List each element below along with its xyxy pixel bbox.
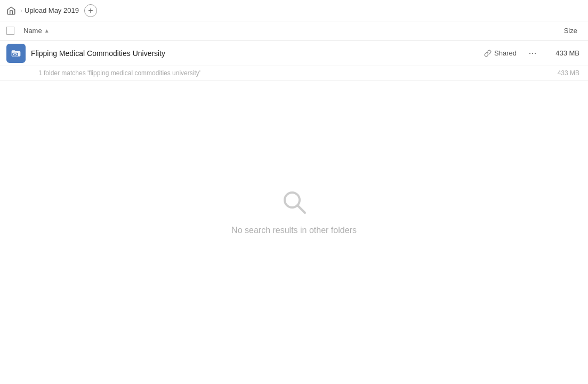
select-all-checkbox-area[interactable]: [6, 27, 19, 35]
more-options-button[interactable]: ···: [525, 46, 540, 61]
no-results-text: No search results in other folders: [231, 226, 357, 235]
file-icon-container: [6, 44, 26, 63]
match-size: 433 MB: [558, 69, 582, 77]
match-count-text: 1 folder matches 'flipping medical commo…: [38, 69, 200, 77]
link-icon: [484, 50, 492, 57]
breadcrumb-separator: ›: [20, 7, 22, 14]
svg-line-2: [297, 205, 305, 213]
add-button[interactable]: +: [84, 4, 97, 17]
file-row[interactable]: Flipping Medical Commodities University …: [0, 41, 588, 66]
name-column-label: Name: [23, 27, 42, 35]
link-folder-icon: [11, 48, 21, 59]
name-column-header[interactable]: Name ▲: [23, 27, 539, 35]
column-header-row: Name ▲ Size: [0, 21, 588, 41]
file-size: 433 MB: [544, 49, 582, 57]
shared-label: Shared: [494, 49, 517, 57]
search-empty-icon: [279, 187, 309, 217]
match-info-row: 1 folder matches 'flipping medical commo…: [0, 66, 588, 81]
home-icon: [6, 6, 16, 15]
home-button[interactable]: [6, 6, 16, 15]
no-results-section: No search results in other folders: [0, 81, 588, 235]
breadcrumb-text[interactable]: Upload May 2019: [25, 6, 79, 14]
size-column-label: Size: [564, 27, 577, 35]
more-icon: ···: [528, 47, 536, 59]
sort-arrow-icon: ▲: [44, 28, 50, 34]
select-all-checkbox[interactable]: [6, 27, 14, 35]
file-name: Flipping Medical Commodities University: [31, 49, 484, 58]
size-column-header[interactable]: Size: [539, 27, 582, 35]
plus-icon: +: [88, 6, 93, 15]
top-bar: › Upload May 2019 +: [0, 0, 588, 21]
shared-badge: Shared: [484, 49, 517, 57]
